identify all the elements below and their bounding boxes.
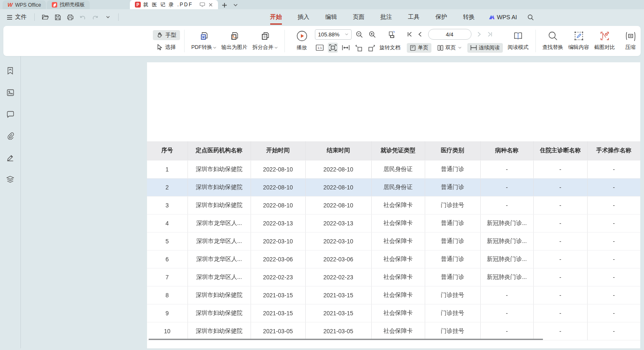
split-merge-button[interactable]: 拆分合并 xyxy=(250,30,280,52)
table-row: 6深圳市龙华区人...2022-03-062022-03-06社会保障卡普通门诊… xyxy=(147,250,640,268)
table-cell: 10 xyxy=(147,322,188,340)
table-cell: 2022-03-10 xyxy=(251,232,305,250)
menu-tab-insert[interactable]: 插入 xyxy=(292,10,315,24)
single-page-button[interactable]: 单页 xyxy=(407,43,431,53)
hand-tool-button[interactable]: 手型 xyxy=(153,30,180,40)
export-image-button[interactable]: 输出为图片 xyxy=(219,30,250,52)
tab-document-active[interactable]: P 就 医 记 录 .PDF xyxy=(130,0,218,9)
select-tool-button[interactable]: 选择 xyxy=(153,42,180,52)
previous-page-button[interactable] xyxy=(416,30,424,39)
menu-tab-convert[interactable]: 转换 xyxy=(457,10,481,24)
find-replace-button[interactable]: 查找替换 xyxy=(540,30,566,52)
menu-tab-edit[interactable]: 编辑 xyxy=(319,10,343,24)
layers-icon xyxy=(6,176,14,183)
attachments-panel-button[interactable] xyxy=(4,130,17,142)
table-cell: - xyxy=(480,322,533,340)
continuous-read-button[interactable]: 连续阅读 xyxy=(467,43,503,53)
table-cell: 3 xyxy=(147,196,188,214)
menu-tab-home[interactable]: 开始 xyxy=(264,10,288,24)
layers-panel-button[interactable] xyxy=(4,173,17,186)
tab-wps-home[interactable]: W WPS Office xyxy=(3,0,46,9)
table-cell: - xyxy=(480,304,533,322)
bookmarks-panel-button[interactable] xyxy=(4,64,17,77)
table-cell: 社会保障卡 xyxy=(371,214,425,232)
swap-pages-button[interactable] xyxy=(386,29,396,39)
table-row: 5深圳市龙华区人...2022-03-102022-03-10社会保障卡普通门诊… xyxy=(147,232,640,250)
pdf-convert-icon xyxy=(199,31,209,41)
zoom-level-select[interactable]: 105.88% xyxy=(315,29,352,40)
fit-width-button[interactable] xyxy=(341,43,351,53)
menu-tab-protect[interactable]: 保护 xyxy=(430,10,453,24)
table-cell: 居民身份证 xyxy=(371,178,425,196)
rotate-left-button[interactable] xyxy=(354,43,364,53)
split-merge-label: 拆分合并 xyxy=(253,44,274,51)
new-tab-button[interactable] xyxy=(221,1,229,9)
quickbar-chevron-icon[interactable] xyxy=(102,12,113,22)
play-button[interactable]: 播放 xyxy=(289,30,315,52)
rotate-right-button[interactable] xyxy=(367,43,377,53)
menu-tab-tools[interactable]: 工具 xyxy=(402,10,426,24)
screenshot-compare-button[interactable]: 截图对比 xyxy=(592,30,618,52)
compress-label: 压缩 xyxy=(625,44,636,51)
thumbnails-panel-button[interactable] xyxy=(4,86,17,99)
read-mode-button[interactable]: 阅读模式 xyxy=(505,31,531,52)
table-row: 7深圳市龙华区人...2022-02-232022-02-23社会保障卡普通门诊… xyxy=(147,268,640,286)
medical-table: 序号定点医药机构名称开始时间结束时间就诊凭证类型医疗类别病种名称住院主诊断名称手… xyxy=(147,141,640,340)
table-cell: 2022-03-06 xyxy=(251,250,305,268)
rotate-doc-label[interactable]: 旋转文档 xyxy=(380,44,401,51)
table-cell: 深圳市妇幼保健院 xyxy=(188,304,251,322)
next-page-button[interactable] xyxy=(476,30,483,39)
table-cell: 7 xyxy=(147,268,188,286)
book-icon xyxy=(513,31,523,41)
table-cell: 2022-08-10 xyxy=(251,160,305,178)
double-page-button[interactable]: 双页 xyxy=(434,43,464,53)
tab-label: WPS Office xyxy=(15,2,41,8)
table-cell: 2 xyxy=(147,178,188,196)
document-scroll-area[interactable]: 序号定点医药机构名称开始时间结束时间就诊凭证类型医疗类别病种名称住院主诊断名称手… xyxy=(21,56,644,348)
actual-size-button[interactable]: 1:1 xyxy=(315,43,325,53)
table-cell: 2022-02-23 xyxy=(305,268,371,286)
redo-button[interactable] xyxy=(90,12,101,22)
screenshot-compare-icon xyxy=(600,31,610,41)
comments-panel-button[interactable] xyxy=(4,108,17,120)
column-header: 就诊凭证类型 xyxy=(371,141,425,160)
menu-tab-comment[interactable]: 批注 xyxy=(375,10,398,24)
table-cell: 深圳市妇幼保健院 xyxy=(188,322,251,340)
pdf-convert-button[interactable]: PDF转换 xyxy=(189,30,219,52)
first-page-button[interactable] xyxy=(406,30,413,39)
table-cell: 2022-08-10 xyxy=(305,160,371,178)
table-cell: 新冠肺炎门诊... xyxy=(480,232,533,250)
close-tab-icon[interactable] xyxy=(208,3,213,7)
compress-button[interactable]: 压缩 xyxy=(618,30,644,52)
table-cell: 9 xyxy=(147,304,188,322)
menu-tab-page[interactable]: 页面 xyxy=(347,10,370,24)
wps-ai-label: WPS AI xyxy=(497,14,517,20)
zoom-in-button[interactable] xyxy=(368,29,378,39)
undo-button[interactable] xyxy=(77,12,88,22)
table-cell: - xyxy=(533,160,587,178)
tab-list-chevron-icon[interactable] xyxy=(231,1,240,9)
table-row: 4深圳市龙华区人...2022-03-132022-03-13社会保障卡普通门诊… xyxy=(147,214,640,232)
wps-ai-icon xyxy=(488,14,495,20)
print-button[interactable] xyxy=(65,12,76,22)
fit-page-button[interactable] xyxy=(328,43,338,53)
wps-ai-button[interactable]: WPS AI xyxy=(485,14,520,20)
zoom-out-button[interactable] xyxy=(355,29,365,39)
last-page-button[interactable] xyxy=(486,30,494,39)
table-cell: 2021-03-05 xyxy=(305,322,371,340)
table-cell: 深圳市妇幼保健院 xyxy=(188,160,251,178)
table-cell: - xyxy=(587,250,640,268)
tab-docer-templates[interactable]: 找稻壳模板 xyxy=(47,0,90,9)
table-cell: 2022-03-13 xyxy=(305,214,371,232)
device-sync-icon[interactable] xyxy=(200,2,205,7)
chevron-down-icon xyxy=(458,46,461,49)
save-button[interactable] xyxy=(52,12,63,22)
open-file-button[interactable] xyxy=(40,12,51,22)
table-cell: - xyxy=(533,286,587,304)
page-number-input[interactable]: 4/4 xyxy=(428,29,472,40)
file-menu-button[interactable]: 文件 xyxy=(4,12,29,22)
left-panel-rail xyxy=(0,56,21,348)
menu-search-icon[interactable] xyxy=(525,12,536,23)
edit-content-button[interactable]: 编辑内容 xyxy=(566,30,592,52)
signature-panel-button[interactable] xyxy=(4,151,17,164)
